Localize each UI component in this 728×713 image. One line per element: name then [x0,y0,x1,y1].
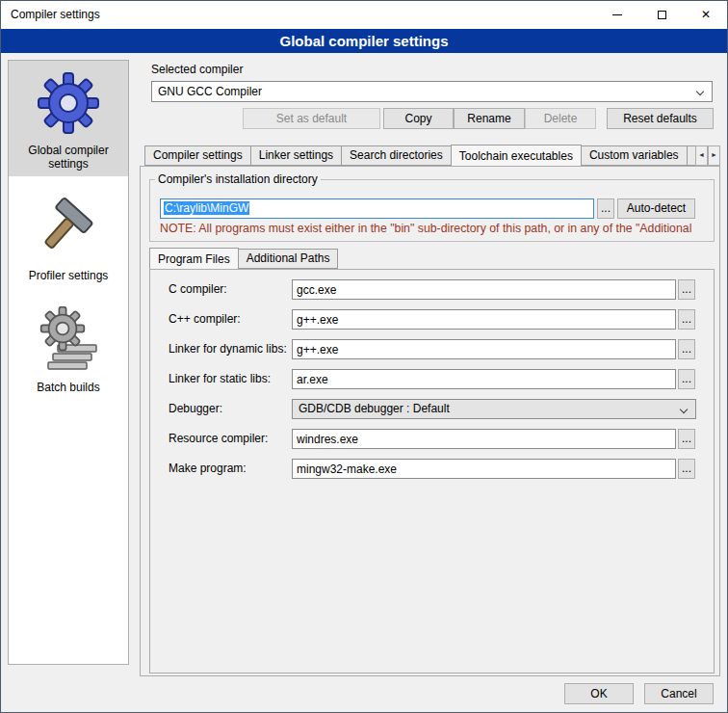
main-tabs: Compiler settings Linker settings Search… [144,144,695,166]
tab-label: Toolchain executables [459,149,573,163]
tab-compiler-settings[interactable]: Compiler settings [144,145,251,166]
debugger-label: Debugger: [169,402,222,415]
sidebar-item-global-compiler-settings[interactable]: Global compiler settings [9,61,128,176]
tab-custom-variables[interactable]: Custom variables [581,145,688,166]
autodetect-button[interactable]: Auto-detect [617,198,695,219]
copy-button[interactable]: Copy [383,108,454,129]
install-dir-legend: Compiler's installation directory [155,172,321,186]
install-dir-browse-button[interactable]: ... [597,198,614,219]
chevron-down-icon [696,88,704,95]
c-compiler-input[interactable] [292,279,676,300]
static-linker-label: Linker for static libs: [169,372,271,385]
dynamic-linker-input[interactable] [292,339,676,359]
install-dir-value: C:\raylib\MinGW [164,201,249,215]
resource-compiler-input[interactable] [292,429,676,449]
debugger-value: GDB/CDB debugger : Default [299,402,450,415]
resource-compiler-browse-button[interactable]: ... [678,429,695,449]
compiler-combobox[interactable]: GNU GCC Compiler [151,81,713,102]
dynamic-linker-label: Linker for dynamic libs: [169,342,287,356]
cpp-compiler-input[interactable] [292,309,676,330]
tab-label: Custom variables [589,148,679,162]
sidebar-item-label: Batch builds [11,381,126,394]
window-title: Compiler settings [0,8,100,21]
ok-button[interactable]: OK [564,683,634,704]
sidebar-item-label: Global compiler settings [11,144,126,171]
minimize-button[interactable] [595,0,639,29]
tab-label: Linker settings [259,148,333,162]
close-icon: ✕ [701,8,711,21]
make-program-browse-button[interactable]: ... [678,459,695,479]
window-controls: ✕ [595,0,728,29]
reset-defaults-button[interactable]: Reset defaults [607,108,714,129]
blue-gear-icon [36,70,101,136]
static-linker-input[interactable] [292,369,676,389]
rename-button[interactable]: Rename [454,108,525,129]
delete-button[interactable]: Delete [525,108,596,129]
resource-compiler-label: Resource compiler: [169,432,268,445]
tab-label: Program Files [158,252,230,266]
hammer-icon [38,196,99,261]
sidebar-item-batch-builds[interactable]: Batch builds [9,298,128,400]
dynamic-linker-browse-button[interactable]: ... [678,339,695,359]
close-button[interactable]: ✕ [684,0,728,29]
sidebar: Global compiler settings Profiler settin… [8,60,129,665]
c-compiler-browse-button[interactable]: ... [678,279,695,300]
cpp-compiler-browse-button[interactable]: ... [678,309,695,330]
tab-scroll-left-button[interactable]: ◄ [695,145,708,166]
chevron-down-icon [680,406,688,413]
tab-scroll-right-button[interactable]: ► [708,145,720,166]
selected-compiler-label: Selected compiler [151,63,243,76]
maximize-icon [658,11,666,19]
tab-linker-settings[interactable]: Linker settings [250,145,342,166]
set-as-default-button[interactable]: Set as default [243,108,380,129]
compiler-combobox-value: GNU GCC Compiler [158,85,262,98]
make-program-label: Make program: [169,462,247,475]
sidebar-item-profiler-settings[interactable]: Profiler settings [9,186,128,288]
tab-label: Additional Paths [247,251,330,265]
install-dir-input[interactable]: C:\raylib\MinGW [160,198,594,219]
cancel-button[interactable]: Cancel [644,683,714,704]
install-dir-note: NOTE: All programs must exist either in … [160,222,707,235]
sub-tabs: Program Files Additional Paths [149,247,438,269]
titlebar: Compiler settings ✕ [0,0,728,29]
tab-label: Compiler settings [153,148,243,162]
static-linker-browse-button[interactable]: ... [678,369,695,389]
dialog-banner: Global compiler settings [1,29,727,53]
subtab-program-files[interactable]: Program Files [149,248,239,269]
sidebar-item-label: Profiler settings [11,269,126,282]
minimize-icon [612,14,622,15]
tab-label: Search directories [350,148,443,162]
make-program-input[interactable] [292,459,676,479]
maximize-button[interactable] [639,0,684,29]
cpp-compiler-label: C++ compiler: [169,312,241,326]
tab-build-options[interactable]: Buil [687,145,695,166]
gray-gears-icon [37,306,100,374]
debugger-select[interactable]: GDB/CDB debugger : Default [292,399,696,419]
c-compiler-label: C compiler: [169,282,227,296]
tab-search-directories[interactable]: Search directories [341,145,452,166]
subtab-additional-paths[interactable]: Additional Paths [238,249,339,269]
tab-toolchain-executables[interactable]: Toolchain executables [451,145,582,166]
